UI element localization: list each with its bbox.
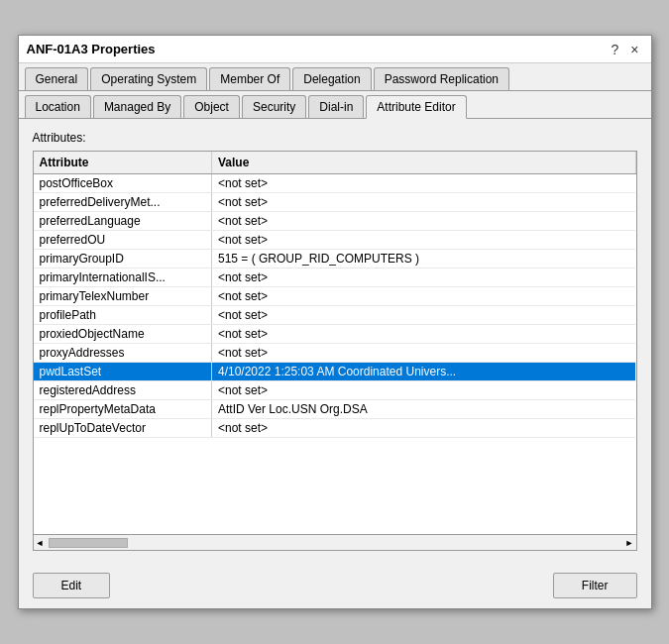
table-row[interactable]: proxyAddresses<not set> bbox=[34, 344, 636, 363]
cell-value: <not set> bbox=[212, 174, 636, 193]
hscroll-thumb[interactable] bbox=[49, 538, 128, 548]
table-row[interactable]: primaryInternationalIS...<not set> bbox=[34, 268, 636, 287]
hscroll-track bbox=[44, 538, 624, 548]
tab-dial-in[interactable]: Dial-in bbox=[308, 95, 364, 118]
attributes-table: Attribute Value postOfficeBox<not set>pr… bbox=[34, 152, 636, 438]
cell-value: <not set> bbox=[212, 306, 636, 325]
window-title: ANF-01A3 Properties bbox=[27, 42, 156, 56]
table-row[interactable]: profilePath<not set> bbox=[34, 306, 636, 325]
table-row[interactable]: registeredAddress<not set> bbox=[34, 381, 636, 400]
hscroll-bar[interactable]: ◄ ► bbox=[33, 535, 637, 551]
cell-value: 515 = ( GROUP_RID_COMPUTERS ) bbox=[212, 250, 636, 268]
table-row[interactable]: proxiedObjectName<not set> bbox=[34, 325, 636, 344]
cell-value: 4/10/2022 1:25:03 AM Coordinated Univers… bbox=[212, 363, 636, 381]
tab-general[interactable]: General bbox=[25, 67, 89, 90]
title-bar: ANF-01A3 Properties ? × bbox=[19, 36, 651, 63]
col-attribute: Attribute bbox=[34, 152, 212, 174]
tab-object[interactable]: Object bbox=[183, 95, 240, 118]
title-bar-controls: ? × bbox=[608, 43, 643, 56]
tab-operating-system[interactable]: Operating System bbox=[90, 67, 207, 90]
cell-attribute: profilePath bbox=[34, 306, 212, 325]
cell-value: <not set> bbox=[212, 231, 636, 250]
cell-value: <not set> bbox=[212, 381, 636, 400]
edit-button[interactable]: Edit bbox=[33, 573, 111, 598]
cell-value: <not set> bbox=[212, 419, 636, 438]
cell-attribute: proxiedObjectName bbox=[34, 325, 212, 344]
attributes-label: Attributes: bbox=[33, 131, 637, 145]
tab-delegation[interactable]: Delegation bbox=[292, 67, 371, 90]
col-value: Value bbox=[212, 152, 636, 174]
table-row[interactable]: replUpToDateVector<not set> bbox=[34, 419, 636, 438]
table-row[interactable]: postOfficeBox<not set> bbox=[34, 174, 636, 193]
cell-attribute: preferredDeliveryMet... bbox=[34, 193, 212, 212]
tab-member-of[interactable]: Member Of bbox=[209, 67, 290, 90]
cell-attribute: preferredLanguage bbox=[34, 212, 212, 231]
tab-content: Attributes: Attribute Value postOfficeBo… bbox=[19, 119, 651, 563]
attributes-table-container: Attribute Value postOfficeBox<not set>pr… bbox=[33, 151, 637, 535]
cell-value: <not set> bbox=[212, 287, 636, 306]
cell-attribute: replPropertyMetaData bbox=[34, 400, 212, 419]
properties-window: ANF-01A3 Properties ? × GeneralOperating… bbox=[18, 35, 652, 609]
cell-attribute: primaryInternationalIS... bbox=[34, 268, 212, 287]
cell-attribute: proxyAddresses bbox=[34, 344, 212, 363]
tabs-row-1: GeneralOperating SystemMember OfDelegati… bbox=[19, 63, 651, 91]
tab-password-replication[interactable]: Password Replication bbox=[374, 67, 509, 90]
hscroll-left-arrow[interactable]: ◄ bbox=[36, 538, 45, 548]
table-row[interactable]: replPropertyMetaDataAttID Ver Loc.USN Or… bbox=[34, 400, 636, 419]
cell-attribute: pwdLastSet bbox=[34, 363, 212, 381]
table-scroll[interactable]: Attribute Value postOfficeBox<not set>pr… bbox=[34, 152, 636, 438]
table-row[interactable]: preferredDeliveryMet...<not set> bbox=[34, 193, 636, 212]
cell-value: <not set> bbox=[212, 212, 636, 231]
bottom-bar: Edit Filter bbox=[19, 563, 651, 608]
help-button[interactable]: ? bbox=[608, 43, 623, 56]
cell-value: <not set> bbox=[212, 193, 636, 212]
table-row[interactable]: preferredOU<not set> bbox=[34, 231, 636, 250]
cell-attribute: preferredOU bbox=[34, 231, 212, 250]
tab-security[interactable]: Security bbox=[242, 95, 306, 118]
filter-button[interactable]: Filter bbox=[553, 573, 637, 598]
table-header-row: Attribute Value bbox=[34, 152, 636, 174]
tab-location[interactable]: Location bbox=[25, 95, 91, 118]
table-row[interactable]: pwdLastSet4/10/2022 1:25:03 AM Coordinat… bbox=[34, 363, 636, 381]
tab-attribute-editor[interactable]: Attribute Editor bbox=[366, 95, 466, 119]
cell-value: <not set> bbox=[212, 268, 636, 287]
hscroll-right-arrow[interactable]: ► bbox=[625, 538, 634, 548]
cell-attribute: registeredAddress bbox=[34, 381, 212, 400]
cell-attribute: primaryGroupID bbox=[34, 250, 212, 268]
close-button[interactable]: × bbox=[626, 43, 642, 56]
cell-value: <not set> bbox=[212, 344, 636, 363]
table-row[interactable]: primaryTelexNumber<not set> bbox=[34, 287, 636, 306]
cell-attribute: replUpToDateVector bbox=[34, 419, 212, 438]
cell-attribute: primaryTelexNumber bbox=[34, 287, 212, 306]
cell-attribute: postOfficeBox bbox=[34, 174, 212, 193]
table-row[interactable]: primaryGroupID515 = ( GROUP_RID_COMPUTER… bbox=[34, 250, 636, 268]
tab-managed-by[interactable]: Managed By bbox=[93, 95, 181, 118]
cell-value: <not set> bbox=[212, 325, 636, 344]
cell-value: AttID Ver Loc.USN Org.DSA bbox=[212, 400, 636, 419]
table-row[interactable]: preferredLanguage<not set> bbox=[34, 212, 636, 231]
tabs-row-2: LocationManaged ByObjectSecurityDial-inA… bbox=[19, 91, 651, 119]
